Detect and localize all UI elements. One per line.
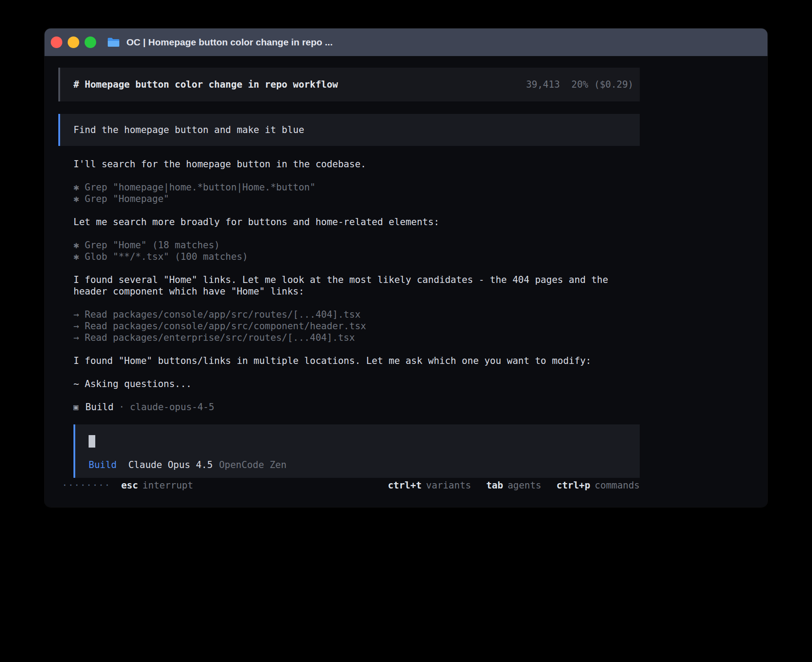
tool-call-group: ✱ Grep "homepage|home.*button|Home.*butt… (73, 182, 640, 205)
user-message-text: Find the homepage button and make it blu… (73, 125, 304, 135)
tool-call-group: → Read packages/console/app/src/routes/[… (73, 309, 640, 343)
close-button[interactable] (51, 36, 62, 48)
provider-indicator: OpenCode Zen (219, 459, 287, 471)
status-bar: ········ esc interrupt ctrl+t variants t… (58, 480, 640, 491)
hint-key-esc: esc (121, 480, 138, 491)
agent-name: Build (85, 401, 114, 413)
tool-call-read: → Read packages/console/app/src/routes/[… (73, 309, 361, 320)
agent-icon: ▣ (73, 401, 78, 413)
assistant-paragraph: I found "Home" buttons/links in multiple… (73, 355, 640, 367)
prompt-input[interactable]: Build Claude Opus 4.5 OpenCode Zen (73, 424, 640, 478)
hint-interrupt: esc interrupt (121, 480, 193, 491)
tool-call-glob: ✱ Glob "**/*.tsx" (100 matches) (73, 251, 248, 262)
hint-variants: ctrl+t variants (388, 480, 471, 491)
status-bar-left: ········ esc interrupt (58, 480, 193, 491)
hint-agents: tab agents (486, 480, 541, 491)
hint-key-ctrl-t: ctrl+t (388, 480, 422, 491)
tool-call-read: → Read packages/console/app/src/componen… (73, 321, 366, 331)
terminal-body: # Homepage button color change in repo w… (45, 56, 767, 507)
agent-model: claude-opus-4-5 (130, 401, 215, 413)
session-stats: 39,413 20% ($0.29) (526, 79, 633, 90)
desktop: { "window": { "title": "OC | Homepage bu… (0, 0, 812, 662)
assistant-status: ~ Asking questions... (73, 378, 640, 390)
agent-separator: · (119, 401, 125, 413)
zoom-button[interactable] (85, 36, 96, 48)
agent-status-line: ▣ Build · claude-opus-4-5 (73, 401, 640, 413)
session-cost: ($0.29) (594, 79, 633, 90)
traffic-lights (51, 36, 96, 48)
spinner-dots: ········ (62, 480, 110, 491)
titlebar-title-group: OC | Homepage button color change in rep… (107, 37, 333, 48)
model-indicator: Claude Opus 4.5 (128, 459, 213, 471)
session-header: # Homepage button color change in repo w… (58, 68, 640, 101)
hint-commands: ctrl+p commands (556, 480, 640, 491)
window-titlebar[interactable]: OC | Homepage button color change in rep… (45, 28, 767, 56)
folder-icon (107, 37, 120, 48)
assistant-paragraph: I'll search for the homepage button in t… (73, 158, 640, 170)
text-cursor (89, 435, 95, 448)
hint-label-interrupt: interrupt (142, 480, 193, 491)
assistant-paragraph: Let me search more broadly for buttons a… (73, 216, 640, 228)
status-bar-right: ctrl+t variants tab agents ctrl+p comman… (388, 480, 640, 491)
prompt-input-line[interactable] (89, 435, 640, 448)
assistant-paragraph: I found several "Home" links. Let me loo… (73, 274, 640, 297)
user-message: Find the homepage button and make it blu… (58, 114, 640, 146)
tool-call-grep: ✱ Grep "homepage|home.*button|Home.*butt… (73, 182, 316, 193)
hint-key-ctrl-p: ctrl+p (556, 480, 590, 491)
hint-label-agents: agents (508, 480, 541, 491)
context-percent: 20% (572, 79, 589, 90)
terminal-window: OC | Homepage button color change in rep… (45, 28, 767, 507)
minimize-button[interactable] (68, 36, 79, 48)
hint-label-variants: variants (426, 480, 471, 491)
tool-call-grep: ✱ Grep "Homepage" (73, 194, 169, 204)
token-count: 39,413 (526, 79, 560, 90)
tool-call-group: ✱ Grep "Home" (18 matches) ✱ Glob "**/*.… (73, 239, 640, 262)
hint-key-tab: tab (486, 480, 503, 491)
tool-call-read: → Read packages/enterprise/src/routes/[.… (73, 332, 355, 343)
session-title: # Homepage button color change in repo w… (73, 79, 338, 90)
tool-call-grep: ✱ Grep "Home" (18 matches) (73, 240, 220, 250)
prompt-input-footer: Build Claude Opus 4.5 OpenCode Zen (89, 459, 640, 471)
window-title: OC | Homepage button color change in rep… (126, 37, 333, 48)
hint-label-commands: commands (595, 480, 640, 491)
mode-indicator: Build (89, 459, 117, 471)
assistant-transcript: I'll search for the homepage button in t… (73, 158, 640, 478)
